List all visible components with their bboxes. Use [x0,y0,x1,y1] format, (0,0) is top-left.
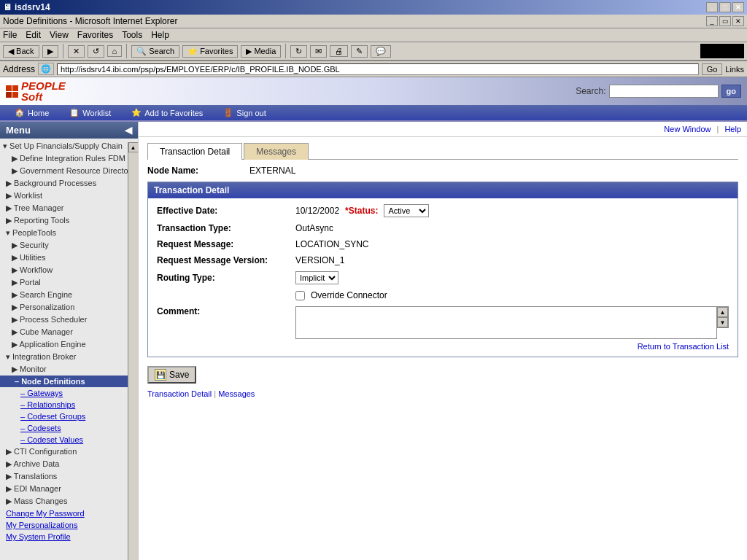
sidebar-item-portal[interactable]: ▶ Portal [0,276,128,289]
history-button[interactable]: ↻ [290,45,307,58]
main-layout: Menu ◀ ▾ Set Up Financials/Supply Chain … [0,122,747,560]
window-icon: 🖥 [3,2,12,12]
content-area: New Window | Help Transaction Detail Mes… [139,122,747,560]
window-titlebar: 🖥 isdsrv14 _ □ ✕ [0,0,747,15]
ps-search-go-button[interactable]: go [721,85,741,98]
sidebar-item-my-personalizations[interactable]: My Personalizations [0,519,128,531]
menu-file[interactable]: File [3,30,17,40]
sidebar-item-personalization[interactable]: ▶ Personalization [0,301,128,314]
sidebar-item-utilities[interactable]: ▶ Utilities [0,252,128,264]
sidebar-item-change-password[interactable]: Change My Password [0,508,128,519]
return-to-transaction-list-link[interactable]: Return to Transaction List [638,342,729,351]
nav-home[interactable]: 🏠 Home [6,105,58,120]
sidebar-item-gateways[interactable]: – Gateways [0,387,128,399]
sidebar-item-workflow[interactable]: ▶ Workflow [0,264,128,276]
override-connector-checkbox[interactable] [295,291,305,300]
help-link[interactable]: Help [724,125,741,133]
bottom-link-messages[interactable]: Messages [218,389,255,398]
maximize-button[interactable]: □ [719,2,731,12]
sidebar-item-translations[interactable]: ▶ Translations [0,470,128,483]
sidebar-item-archive[interactable]: ▶ Archive Data [0,458,128,470]
forward-button[interactable]: ▶ [42,45,58,58]
menu-view[interactable]: View [50,30,69,40]
bottom-link-transaction-detail[interactable]: Transaction Detail [147,389,212,398]
sidebar-item-my-system-profile[interactable]: My System Profile [0,531,128,542]
routing-type-label: Routing Type: [157,273,295,283]
favorites-icon: ⭐ [131,108,142,117]
sidebar-item-relationships[interactable]: – Relationships [0,399,128,411]
sidebar-toggle-icon[interactable]: ◀ [125,125,132,136]
sidebar-item-tree-manager[interactable]: ▶ Tree Manager [0,202,128,214]
ps-nav-bar: 🏠 Home 📋 Worklist ⭐ Add to Favorites 🚪 S… [0,105,747,120]
sidebar-item-mass-changes[interactable]: ▶ Mass Changes [0,495,128,508]
nav-signout[interactable]: 🚪 Sign out [214,105,274,120]
browser-restore[interactable]: ▭ [719,16,731,26]
sidebar-scrollbar[interactable]: ▲ ▼ [128,142,138,560]
comment-textarea[interactable] [295,306,717,339]
ps-search-input[interactable] [609,85,719,98]
tab-transaction-detail[interactable]: Transaction Detail [147,143,242,160]
go-button[interactable]: Go [702,63,723,75]
sidebar-item-background[interactable]: ▶ Background Processes [0,177,128,190]
browser-minimize[interactable]: _ [706,16,718,26]
sidebar-item-govt-resource[interactable]: ▶ Government Resource Directory [0,165,128,177]
sidebar-item-cti[interactable]: ▶ CTI Configuration [0,446,128,458]
stop-button[interactable]: ✕ [68,45,85,58]
browser-close[interactable]: ✕ [732,16,744,26]
media-button[interactable]: ▶ Media [241,45,281,58]
links-button[interactable]: Links [725,65,744,74]
address-input[interactable] [57,63,699,75]
search-button[interactable]: 🔍 Search [131,45,179,58]
new-window-link[interactable]: New Window [664,125,711,133]
refresh-button[interactable]: ↺ [88,45,104,58]
sidebar-item-process-scheduler[interactable]: ▶ Process Scheduler [0,314,128,326]
sidebar-item-search-engine[interactable]: ▶ Search Engine [0,289,128,301]
back-button[interactable]: ◀ Back [3,45,39,58]
browser-title: Node Definitions - Microsoft Internet Ex… [3,16,177,26]
favorites-button[interactable]: ⭐ Favorites [182,45,238,58]
sidebar-item-node-definitions[interactable]: – Node Definitions [0,376,128,387]
menu-edit[interactable]: Edit [26,30,41,40]
sidebar-item-monitor[interactable]: ▶ Monitor [0,363,128,376]
sidebar-item-codesets[interactable]: – Codesets [0,422,128,434]
sidebar-item-codeset-groups[interactable]: – Codeset Groups [0,411,128,422]
sidebar-item-supply-chain[interactable]: ▾ Set Up Financials/Supply Chain [0,140,128,152]
status-select[interactable]: Active Inactive [384,204,429,217]
scroll-up-arrow[interactable]: ▲ [128,142,139,152]
comment-scroll-down[interactable]: ▼ [717,317,728,327]
sidebar-item-cube-manager[interactable]: ▶ Cube Manager [0,326,128,338]
status-label: *Status: [345,206,378,216]
print-button[interactable]: 🖨 [330,45,348,57]
discuss-button[interactable]: 💬 [371,45,391,58]
sidebar-item-integration-rules[interactable]: ▶ Define Integration Rules FDM [0,152,128,165]
effective-date-label: Effective Date: [157,206,295,216]
routing-type-select[interactable]: Implicit Explicit [295,271,338,284]
mail-button[interactable]: ✉ [310,45,327,58]
minimize-button[interactable]: _ [706,2,718,12]
close-button[interactable]: ✕ [732,2,744,12]
toolbar: ◀ Back ▶ ✕ ↺ ⌂ 🔍 Search ⭐ Favorites ▶ Me… [0,42,747,61]
sidebar-item-reporting[interactable]: ▶ Reporting Tools [0,214,128,227]
bottom-links: Transaction Detail | Messages [147,389,738,398]
sidebar-item-worklist[interactable]: ▶ Worklist [0,190,128,202]
sidebar-item-edi[interactable]: ▶ EDI Manager [0,483,128,495]
sidebar-item-integration-broker[interactable]: ▾ Integration Broker [0,351,128,363]
nav-add-favorites[interactable]: ⭐ Add to Favorites [123,105,212,120]
menu-favorites[interactable]: Favorites [77,30,113,40]
sidebar-item-app-engine[interactable]: ▶ Application Engine [0,338,128,351]
sidebar-item-security[interactable]: ▶ Security [0,239,128,252]
menu-help[interactable]: Help [151,30,169,40]
menu-tools[interactable]: Tools [122,30,142,40]
sidebar-item-peopletools[interactable]: ▾ PeopleTools [0,227,128,239]
home-button[interactable]: ⌂ [107,45,123,57]
sidebar-item-codeset-values[interactable]: – Codeset Values [0,434,128,446]
comment-scroll-up[interactable]: ▲ [717,307,728,317]
sidebar: Menu ◀ ▾ Set Up Financials/Supply Chain … [0,122,139,560]
nav-worklist[interactable]: 📋 Worklist [61,105,120,120]
edit-button[interactable]: ✎ [351,45,368,58]
save-button[interactable]: 💾 Save [147,366,196,384]
tab-messages[interactable]: Messages [244,143,309,160]
worklist-icon: 📋 [69,108,80,117]
transaction-detail-box: Transaction Detail Effective Date: 10/12… [147,182,738,357]
request-message-label: Request Message: [157,239,295,249]
